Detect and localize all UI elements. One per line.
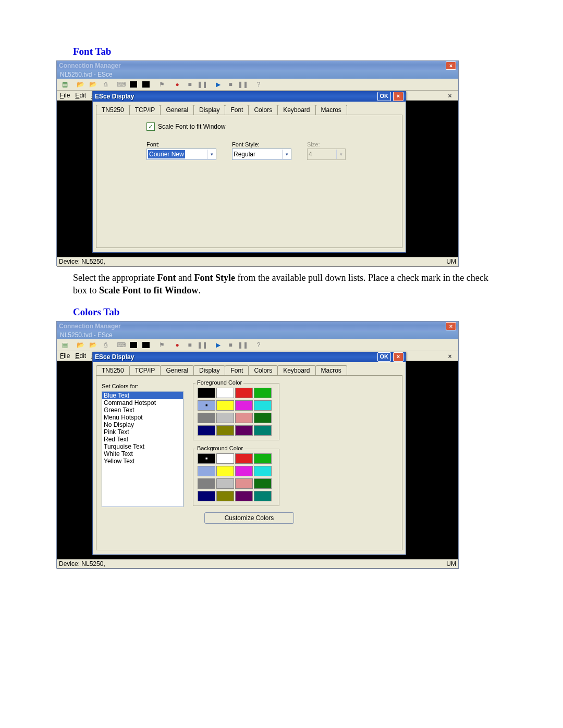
color-swatch[interactable]	[235, 491, 253, 501]
flag-icon[interactable]: ⚑	[156, 79, 167, 90]
font-combo[interactable]: Courier New ▾	[146, 149, 216, 160]
tab-colors[interactable]: Colors	[248, 365, 278, 375]
close-icon[interactable]: ×	[446, 322, 456, 330]
tab-general[interactable]: General	[160, 365, 194, 375]
list-item[interactable]: Command Hotspot	[102, 399, 183, 406]
color-swatch[interactable]	[254, 491, 272, 501]
color-swatch[interactable]	[235, 466, 253, 476]
set-colors-listbox[interactable]: Blue TextCommand HotspotGreen TextMenu H…	[102, 391, 183, 507]
record-icon[interactable]: ●	[172, 340, 183, 350]
tab-general[interactable]: General	[160, 105, 194, 115]
pause2-icon[interactable]: ❚❚	[237, 79, 249, 90]
menu-edit[interactable]: Edit	[75, 92, 86, 99]
background-swatches[interactable]	[198, 453, 275, 501]
color-swatch[interactable]	[216, 453, 234, 464]
color-swatch[interactable]	[254, 400, 272, 411]
screen-icon[interactable]	[128, 79, 139, 90]
scale-font-checkbox[interactable]: ✓	[146, 122, 155, 131]
stop-icon[interactable]: ■	[184, 79, 195, 90]
list-item[interactable]: No Display	[102, 421, 183, 428]
color-swatch[interactable]	[235, 453, 253, 464]
tab-keyboard[interactable]: Keyboard	[277, 105, 315, 115]
screen2-icon[interactable]	[140, 340, 152, 350]
dialog-close-icon[interactable]: ×	[393, 92, 403, 101]
color-swatch[interactable]	[198, 466, 215, 476]
color-swatch[interactable]	[198, 400, 215, 411]
stop2-icon[interactable]: ■	[225, 340, 236, 350]
color-swatch[interactable]	[254, 478, 272, 489]
list-item[interactable]: Turquoise Text	[102, 443, 183, 450]
flag-icon[interactable]: ⚑	[156, 340, 167, 350]
color-swatch[interactable]	[198, 491, 215, 501]
pause-icon[interactable]: ❚❚	[197, 79, 208, 90]
color-swatch[interactable]	[216, 425, 234, 436]
screen2-icon[interactable]	[140, 79, 152, 90]
color-swatch[interactable]	[198, 425, 215, 436]
kbd-icon[interactable]: ⌨	[115, 340, 127, 350]
tab-display[interactable]: Display	[193, 105, 225, 115]
print-icon[interactable]: ⎙	[100, 340, 111, 350]
color-swatch[interactable]	[216, 478, 234, 489]
color-swatch[interactable]	[235, 388, 253, 398]
menu-file[interactable]: File	[60, 352, 70, 360]
color-swatch[interactable]	[216, 491, 234, 501]
record-icon[interactable]: ●	[172, 79, 183, 90]
pause2-icon[interactable]: ❚❚	[237, 340, 249, 350]
help-icon[interactable]: ?	[253, 340, 264, 350]
font-style-combo[interactable]: Regular ▾	[232, 149, 291, 160]
print-icon[interactable]: ⎙	[100, 79, 111, 90]
list-item[interactable]: Blue Text	[102, 392, 183, 399]
color-swatch[interactable]	[254, 466, 272, 476]
pause-icon[interactable]: ❚❚	[197, 340, 208, 350]
color-swatch[interactable]	[235, 400, 253, 411]
chevron-down-icon[interactable]: ▾	[207, 150, 216, 159]
list-item[interactable]: Menu Hotspot	[102, 414, 183, 421]
ok-button[interactable]: OK	[377, 352, 391, 362]
tab-macros[interactable]: Macros	[315, 105, 347, 115]
color-swatch[interactable]	[198, 478, 215, 489]
menubar-close-icon[interactable]: ×	[445, 352, 455, 361]
play-icon[interactable]: ▶	[212, 340, 224, 350]
customize-colors-button[interactable]: Customize Colors	[204, 512, 294, 524]
tab-tn5250[interactable]: TN5250	[96, 105, 130, 115]
open-icon[interactable]: 📂	[75, 340, 86, 350]
color-swatch[interactable]	[254, 413, 272, 423]
ok-button[interactable]: OK	[377, 92, 391, 101]
tab-tcpip[interactable]: TCP/IP	[129, 365, 161, 375]
connect-icon[interactable]: ▤	[59, 340, 70, 350]
color-swatch[interactable]	[198, 453, 215, 464]
foreground-swatches[interactable]	[198, 388, 275, 436]
color-swatch[interactable]	[254, 453, 272, 464]
list-item[interactable]: Yellow Text	[102, 458, 183, 465]
dialog-close-icon[interactable]: ×	[393, 352, 403, 362]
color-swatch[interactable]	[254, 388, 272, 398]
stop-icon[interactable]: ■	[184, 340, 195, 350]
list-item[interactable]: Green Text	[102, 406, 183, 414]
tab-macros[interactable]: Macros	[315, 365, 347, 375]
color-swatch[interactable]	[254, 425, 272, 436]
kbd-icon[interactable]: ⌨	[115, 79, 127, 90]
open-icon[interactable]: 📂	[75, 79, 86, 90]
open2-icon[interactable]: 📂	[87, 79, 99, 90]
color-swatch[interactable]	[216, 466, 234, 476]
tab-display[interactable]: Display	[193, 365, 225, 375]
color-swatch[interactable]	[235, 425, 253, 436]
menu-file[interactable]: File	[60, 92, 70, 99]
tab-tn5250[interactable]: TN5250	[96, 365, 130, 375]
open2-icon[interactable]: 📂	[87, 340, 99, 350]
color-swatch[interactable]	[216, 400, 234, 411]
color-swatch[interactable]	[235, 413, 253, 423]
tab-tcpip[interactable]: TCP/IP	[129, 105, 161, 115]
chevron-down-icon[interactable]: ▾	[282, 150, 291, 159]
menu-edit[interactable]: Edit	[75, 352, 86, 360]
connect-icon[interactable]: ▤	[59, 79, 70, 90]
tab-colors[interactable]: Colors	[248, 105, 278, 115]
help-icon[interactable]: ?	[253, 79, 264, 90]
color-swatch[interactable]	[216, 413, 234, 423]
color-swatch[interactable]	[235, 478, 253, 489]
close-icon[interactable]: ×	[446, 61, 456, 70]
list-item[interactable]: Red Text	[102, 436, 183, 443]
menubar-close-icon[interactable]: ×	[445, 92, 455, 100]
tab-keyboard[interactable]: Keyboard	[277, 365, 315, 375]
color-swatch[interactable]	[198, 413, 215, 423]
